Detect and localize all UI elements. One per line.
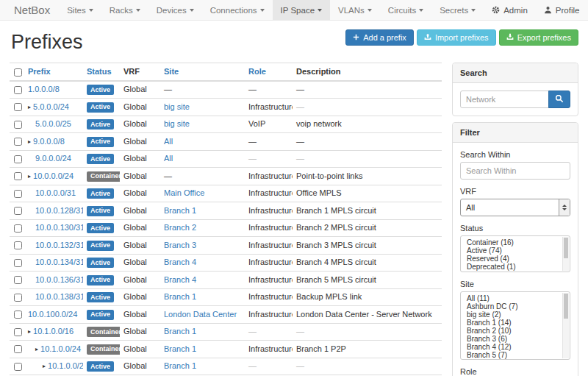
site-option[interactable]: COLO-1-24 (3) [461,359,559,360]
nav-item-profile[interactable]: Profile [536,0,588,20]
site-link[interactable]: All [164,137,173,146]
row-checkbox[interactable] [14,172,22,180]
status-option[interactable]: Active (74) [461,246,559,255]
chevron-down-icon [419,9,423,12]
prefix-link[interactable]: 10.0.100.0/24 [28,310,77,319]
nav-item-circuits[interactable]: Circuits [380,0,431,20]
site-link[interactable]: All [164,154,173,163]
search-input[interactable] [460,91,549,108]
site-link[interactable]: big site [164,119,190,128]
prefix-link[interactable]: 10.0.0.132/31 [35,241,83,249]
row-checkbox[interactable] [14,328,22,336]
prefix-link[interactable]: 10.0.0.136/31 [35,275,83,284]
row-checkbox[interactable] [14,207,22,215]
row-checkbox[interactable] [14,294,22,302]
prefix-link[interactable]: 10.1.0.0/25 [48,361,83,370]
nav-menu: SitesRacksDevicesConnectionsIP SpaceVLAN… [59,0,484,20]
nav-item-racks[interactable]: Racks [101,0,148,20]
row-checkbox[interactable] [14,86,22,94]
site-link[interactable]: Branch 1 [164,206,196,215]
row-checkbox[interactable] [14,241,22,249]
prefix-link[interactable]: 1.0.0.0/8 [28,85,60,93]
nav-item-devices[interactable]: Devices [148,0,202,20]
site-link[interactable]: Branch 1 [164,344,196,353]
prefix-link[interactable]: 10.0.0.0/31 [35,188,76,197]
prefix-link[interactable]: 10.0.0.138/31 [35,292,83,301]
prefix-link[interactable]: 10.1.0.0/24 [40,344,81,353]
site-option[interactable]: Branch 2 (10) [461,327,559,335]
prefix-link[interactable]: 10.0.0.0/24 [33,171,74,180]
add-prefix-button[interactable]: Add a prefix [345,29,414,46]
row-checkbox[interactable] [14,363,22,371]
nav-item-admin[interactable]: Admin [484,0,536,20]
chevron-down-icon [318,9,322,12]
prefix-link[interactable]: 10.0.0.128/31 [35,206,83,215]
chevron-down-icon [190,9,194,12]
row-checkbox[interactable] [14,138,22,146]
prefix-link[interactable]: 5.0.0.0/24 [33,102,69,111]
scrollbar[interactable] [562,237,569,271]
site-link[interactable]: Branch 1 [164,292,196,301]
site-option[interactable]: Branch 3 (6) [461,335,559,343]
import-prefixes-button[interactable]: Import prefixes [417,29,496,46]
row-checkbox[interactable] [14,224,22,233]
vrf-select[interactable]: All [460,199,570,216]
row-checkbox[interactable] [14,121,22,129]
search-button[interactable] [548,91,570,108]
search-within-input[interactable] [460,162,570,180]
site-option[interactable]: Branch 5 (7) [461,351,559,359]
nav-item-label: Racks [110,6,133,15]
brand-logo[interactable]: NetBox [5,0,59,20]
export-prefixes-button[interactable]: Export prefixes [499,29,578,46]
site-link[interactable]: London Data Center [164,310,237,319]
nav-item-secrets[interactable]: Secrets [431,0,484,20]
prefix-link[interactable]: 10.0.0.130/31 [35,223,83,232]
nav-item-connections[interactable]: Connections [202,0,273,20]
status-badge: Active [87,258,114,268]
site-option[interactable]: big site (2) [461,311,559,319]
column-header-status[interactable]: Status [83,63,120,81]
prefix-link[interactable]: 5.0.0.0/25 [35,119,71,128]
role-label: Role [460,367,570,376]
site-option[interactable]: All (11) [461,294,559,302]
nav-item-ip-space[interactable]: IP Space [273,0,330,20]
row-checkbox[interactable] [14,345,22,353]
site-link[interactable]: Branch 1 [164,327,196,336]
site-link[interactable]: Branch 1 [164,361,196,370]
row-checkbox[interactable] [14,155,22,163]
vrf-cell: Global [120,133,160,151]
scrollbar[interactable] [562,293,569,358]
prefix-link[interactable]: 9.0.0.0/24 [35,154,71,163]
row-checkbox[interactable] [14,276,22,284]
prefix-link[interactable]: 10.1.0.0/16 [33,327,74,336]
site-cell: — [164,85,172,93]
site-option[interactable]: Branch 4 (12) [461,343,559,351]
site-link[interactable]: Main Office [164,188,204,197]
nav-item-vlans[interactable]: VLANs [330,0,380,20]
site-option[interactable]: Branch 1 (14) [461,319,559,327]
status-option[interactable]: Reserved (4) [461,255,559,263]
site-link[interactable]: Branch 2 [164,223,196,232]
nav-item-sites[interactable]: Sites [59,0,101,20]
column-header-role[interactable]: Role [245,63,293,81]
chevron-down-icon [89,9,93,12]
row-checkbox[interactable] [14,103,22,111]
site-link[interactable]: big site [164,102,190,111]
select-all-checkbox[interactable] [14,68,22,77]
site-option[interactable]: Ashburn DC (7) [461,302,559,311]
prefix-link[interactable]: 9.0.0.0/8 [33,137,65,146]
row-checkbox[interactable] [14,190,22,198]
prefix-link[interactable]: 10.0.0.134/31 [35,258,83,266]
status-badge: Active [87,102,114,113]
status-option[interactable]: Container (16) [461,238,559,246]
status-option[interactable]: Deprecated (1) [461,263,559,271]
row-checkbox[interactable] [14,311,22,319]
row-checkbox[interactable] [14,259,22,267]
nav-item-label: IP Space [281,6,315,15]
site-link[interactable]: Branch 4 [164,275,196,284]
column-header-prefix[interactable]: Prefix [24,63,83,81]
expand-arrow-icon: ▸ [43,363,46,369]
site-link[interactable]: Branch 4 [164,258,196,266]
column-header-site[interactable]: Site [160,63,245,81]
site-link[interactable]: Branch 3 [164,241,196,249]
